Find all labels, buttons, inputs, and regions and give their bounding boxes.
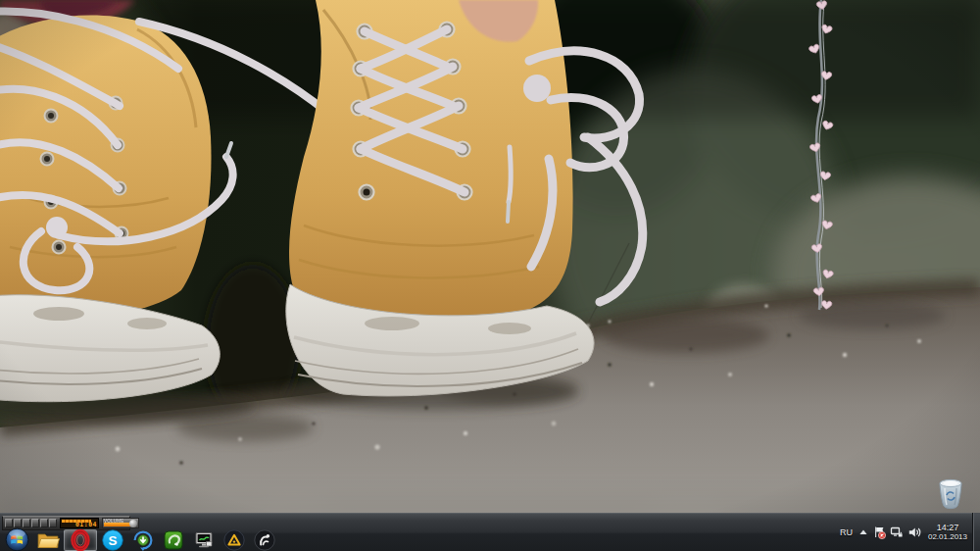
volume-button[interactable] (907, 526, 921, 539)
wallpaper-photo (0, 0, 980, 551)
vignette (0, 0, 980, 551)
green-swirl-app-icon (162, 528, 185, 551)
winamp-stop-button[interactable] (31, 519, 39, 527)
system-tray: RU (838, 519, 970, 546)
explorer-folder-icon (36, 528, 60, 551)
taskbar-item-download-manager[interactable] (127, 528, 158, 551)
clock-time: 14:27 (925, 523, 970, 532)
skype-glyph: S (108, 533, 117, 548)
taskbar-item-opera[interactable] (64, 529, 97, 551)
start-button[interactable] (2, 528, 31, 551)
opera-icon (69, 528, 92, 551)
winamp-previous-button[interactable] (5, 519, 13, 527)
taskbar-item-skype[interactable]: S (97, 528, 127, 551)
speaker-icon (907, 526, 921, 539)
taskbar-item-explorer[interactable] (31, 528, 64, 551)
show-desktop-button[interactable] (972, 513, 980, 551)
clock-date: 02.01.2013 (925, 532, 970, 542)
network-icon (890, 526, 904, 539)
taskbar-item-monitor-app[interactable] (188, 528, 219, 551)
winamp-pause-button[interactable] (23, 519, 30, 527)
taskbar: 01:04 VOLUME (0, 513, 980, 551)
show-hidden-icons-button[interactable] (858, 528, 868, 536)
winamp-display[interactable]: 01:04 (60, 518, 99, 528)
winamp-volume-slider[interactable]: VOLUME (102, 518, 139, 528)
yellow-triangle-app-icon (222, 528, 246, 551)
language-indicator[interactable]: RU (838, 527, 855, 537)
winamp-next-button[interactable] (40, 519, 48, 527)
winamp-volume-knob[interactable] (129, 520, 137, 527)
download-manager-icon (131, 528, 155, 551)
taskbar-item-player-app[interactable] (249, 528, 279, 551)
winamp-play-button[interactable] (14, 519, 22, 527)
windows-start-orb (5, 527, 29, 551)
taskbar-icons: S (2, 528, 279, 551)
player-silhouette-app-icon (253, 528, 276, 551)
clock[interactable]: 14:27 02.01.2013 (925, 523, 970, 542)
network-button[interactable] (890, 526, 904, 539)
hidden-icons-chevron (858, 528, 868, 536)
recycle-bin-icon (934, 476, 967, 512)
skype-icon: S (101, 528, 124, 551)
desktop: Корзина 01:04 VOLUME (0, 0, 980, 551)
action-center-button[interactable] (872, 526, 886, 539)
taskbar-item-green-app[interactable] (158, 528, 188, 551)
winamp-eject-button[interactable] (49, 519, 57, 527)
winamp-volume-fill (104, 523, 130, 526)
action-center-flag-icon (872, 526, 886, 539)
taskbar-item-yellow-triangle-app[interactable] (219, 528, 249, 551)
monitor-app-icon (192, 528, 216, 551)
